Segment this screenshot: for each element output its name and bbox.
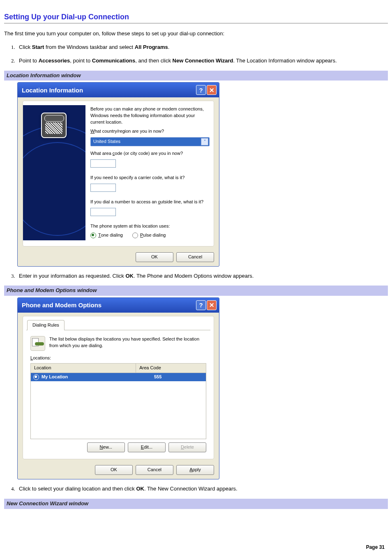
location-form: Before you can make any phone or modem c… [90, 105, 210, 240]
outside-line-input[interactable] [90, 208, 116, 216]
selected-value: United States [93, 138, 201, 145]
tab-dialing-rules[interactable]: Dialing Rules [27, 320, 65, 330]
txt: , point to [70, 58, 92, 64]
phone-location-icon [30, 336, 45, 351]
txt: , and then click [135, 58, 172, 64]
caption-location-info: Location Information window [4, 71, 388, 81]
dialog-titlebar: Location Information ? ✕ [18, 83, 219, 97]
locations-table: Location Area Code My Location 555 [30, 363, 206, 439]
row-areacode: 555 [154, 374, 203, 380]
step-3: Enter in your information as requested. … [16, 272, 388, 280]
phone-modem-dialog: Phone and Modem Options ? ✕ Dialing Rule… [17, 297, 219, 479]
page-title: Setting Up your Dial-up Connection [4, 12, 388, 23]
caption-new-connection: New Connection Wizard window [4, 499, 388, 509]
delete-button[interactable]: Delete [168, 442, 206, 452]
new-button[interactable]: New... [87, 442, 125, 452]
txt: Accessories [39, 58, 70, 64]
carrier-label: If you need to specify a carrier code, w… [90, 175, 210, 181]
txt: Click [19, 44, 32, 50]
apply-button[interactable]: Apply [176, 465, 214, 475]
caption-phone-modem: Phone and Modem Options window [4, 286, 388, 296]
intro-text: The first time you turn your computer on… [4, 30, 388, 38]
cancel-button[interactable]: Cancel [176, 252, 214, 262]
help-button[interactable]: ? [196, 300, 206, 310]
areacode-label: What area code (or city code) are you in… [90, 150, 210, 157]
close-button[interactable]: ✕ [207, 300, 217, 310]
country-label: What country/region are you in now? [90, 128, 210, 135]
txt: Point to [19, 58, 39, 64]
chevron-down-icon[interactable]: ˅ [201, 138, 208, 145]
step-1: Click Start from the Windows taskbar and… [16, 44, 388, 51]
location-info-dialog: Location Information ? ✕ Before you can … [17, 82, 219, 266]
phone-icon [41, 113, 67, 138]
txt: . The Location Information window appear… [233, 58, 337, 64]
steps-list: Click to select your dialing location an… [16, 485, 388, 493]
txt: . [168, 44, 170, 50]
intro-text: Before you can make any phone or modem c… [90, 106, 210, 126]
col-location: Location [31, 364, 136, 373]
panel-desc: The list below displays the locations yo… [49, 336, 206, 349]
dialog-sidebar-graphic [23, 105, 85, 240]
dialog-titlebar: Phone and Modem Options ? ✕ [18, 298, 219, 313]
close-button[interactable]: ✕ [207, 85, 217, 95]
txt: OK [136, 486, 144, 492]
txt: Communications [92, 58, 135, 64]
radio-selected-icon [33, 374, 39, 380]
dialog-title: Phone and Modem Options [22, 301, 195, 310]
tone-dialing-radio[interactable]: Tone dialing [90, 232, 123, 239]
txt: Start [32, 44, 44, 50]
txt: Click to select your dialing location an… [19, 486, 136, 492]
txt: from the Windows taskbar and select [44, 44, 134, 50]
edit-button[interactable]: Edit... [128, 442, 166, 452]
ok-button[interactable]: OK [95, 465, 133, 475]
col-areacode: Area Code [136, 364, 206, 373]
dialing-rules-panel: The list below displays the locations yo… [26, 330, 210, 455]
txt: . The New Connection Wizard appears. [144, 486, 238, 492]
cancel-button[interactable]: Cancel [136, 465, 173, 475]
txt: . The Phone and Modem Options window app… [134, 273, 254, 279]
carrier-input[interactable] [90, 184, 116, 192]
dialog-title: Location Information [22, 86, 195, 95]
phone-system-label: The phone system at this location uses: [90, 223, 210, 230]
row-location: My Location [42, 374, 154, 380]
help-button[interactable]: ? [196, 85, 206, 95]
txt: All Programs [135, 44, 168, 50]
txt: OK [125, 273, 134, 279]
step-4: Click to select your dialing location an… [16, 485, 388, 493]
ok-button[interactable]: OK [136, 252, 173, 262]
txt: New Connection Wizard [173, 58, 233, 64]
country-select[interactable]: United States ˅ [90, 137, 210, 146]
outside-line-label: If you dial a number to access an outsid… [90, 199, 210, 205]
location-row-selected[interactable]: My Location 555 [31, 373, 206, 381]
locations-label: Locations: [30, 355, 206, 362]
steps-list: Enter in your information as requested. … [16, 272, 388, 280]
areacode-input[interactable] [90, 159, 116, 168]
txt: Enter in your information as requested. … [19, 273, 125, 279]
pulse-dialing-radio[interactable]: Pulse dialing [132, 232, 166, 239]
steps-list: Click Start from the Windows taskbar and… [16, 44, 388, 65]
step-2: Point to Accessories, point to Communica… [16, 57, 388, 65]
